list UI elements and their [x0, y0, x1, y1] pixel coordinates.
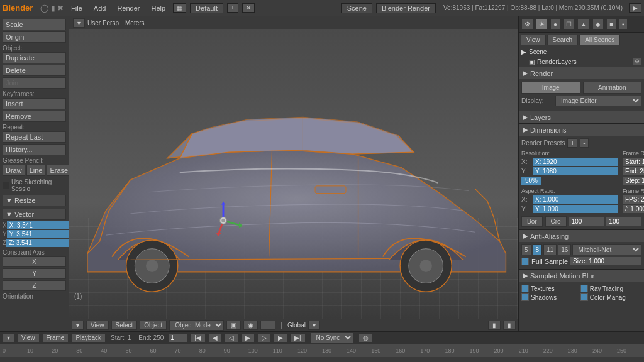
duplicate-btn[interactable]: Duplicate [3, 52, 66, 63]
rp-icon-tex[interactable]: ■ [606, 19, 616, 30]
asp-x-input[interactable] [533, 195, 618, 204]
resize-section[interactable]: ▼ Resize [3, 195, 66, 206]
frame-step-input[interactable] [623, 177, 644, 185]
layers-section-header[interactable]: ▶ Layers [519, 111, 644, 123]
rp-icon-world[interactable]: ● [550, 19, 560, 30]
render-icon[interactable]: ▶ [629, 3, 641, 13]
viewport-icon2[interactable]: ◉ [243, 321, 258, 330]
global-btn[interactable]: ▾ [308, 321, 320, 330]
tab-all-scenes[interactable]: All Scenes [579, 35, 620, 45]
menu-help[interactable]: Help [147, 3, 169, 13]
frame-start-input[interactable] [623, 158, 644, 166]
timeline-icon1[interactable]: ◍ [358, 333, 373, 343]
axis-z-btn[interactable]: Z [3, 280, 66, 291]
axis-x-btn[interactable]: X [3, 256, 66, 267]
val100a-input[interactable] [569, 217, 604, 226]
viewport-icon3[interactable]: ⸻ [260, 321, 275, 330]
fps-input[interactable] [623, 195, 644, 204]
res-x-input[interactable] [533, 158, 618, 166]
motion-blur-header[interactable]: ▶ Sampled Motion Blur [519, 270, 644, 282]
select-btn[interactable]: Select [111, 321, 138, 330]
tab-search[interactable]: Search [547, 35, 579, 45]
aa-btn-11[interactable]: 11 [543, 244, 557, 255]
tab-view[interactable]: View [521, 35, 546, 45]
ray-tracing-cb[interactable] [580, 285, 588, 292]
render-section-header[interactable]: ▶ Render [519, 67, 644, 79]
viewport-canvas[interactable]: (1) [69, 29, 518, 319]
draw-btn[interactable]: Draw [3, 165, 25, 176]
rp-icon-scene[interactable]: ⚙ [521, 19, 533, 30]
menu-file[interactable]: File [67, 3, 86, 13]
menu-add[interactable]: Add [90, 3, 110, 13]
rp-icon-obj[interactable]: ☐ [563, 19, 575, 30]
scale-btn[interactable]: Scale [3, 19, 66, 30]
aa-filter-select[interactable]: Mitchell-Net [572, 244, 641, 255]
frame-end-input[interactable] [623, 167, 644, 175]
play-fwd-btn[interactable]: ▶ [274, 333, 287, 343]
asp-y-input[interactable] [533, 205, 618, 213]
history-btn[interactable]: History... [3, 144, 66, 155]
delete-btn[interactable]: Delete [3, 65, 66, 76]
vector-section[interactable]: ▼ Vector [3, 209, 66, 220]
join-btn[interactable]: Join [3, 77, 66, 89]
layout-remove[interactable]: ✕ [242, 3, 255, 13]
mode-select[interactable]: Object Mode [169, 320, 224, 331]
image-render-btn[interactable]: Image [521, 82, 580, 94]
play-fwd-step-btn[interactable]: ▷ [257, 333, 271, 343]
erase-btn[interactable]: Erase [47, 165, 69, 176]
sync-select[interactable]: No Sync [311, 332, 353, 343]
textures-cb[interactable] [521, 285, 529, 292]
menu-render[interactable]: Render [113, 3, 143, 13]
viewport[interactable]: ▾ User Persp Meters [69, 16, 518, 331]
layers-btn2[interactable]: ▮ [503, 321, 516, 330]
origin-btn[interactable]: Origin [3, 31, 66, 43]
viewport-menu-btn[interactable]: ▾ [73, 18, 85, 28]
cro-btn[interactable]: Cro [545, 216, 567, 227]
layout-icon[interactable]: ▦ [173, 3, 186, 13]
aa-section-header[interactable]: ▶ Anti-Aliasing [519, 230, 644, 242]
timeline-view-btn[interactable]: View [17, 333, 40, 343]
line-btn[interactable]: Line [26, 165, 46, 176]
scene-selector[interactable]: Scene [341, 3, 372, 13]
aa-btn-16[interactable]: 16 [558, 244, 571, 255]
engine-selector[interactable]: Blender Render [376, 3, 436, 13]
shadows-cb[interactable] [521, 293, 529, 301]
play-end-btn[interactable]: ▶| [290, 333, 306, 343]
sketching-checkbox[interactable] [3, 182, 9, 189]
timeline-menu-btn[interactable]: ▾ [3, 333, 14, 343]
layers-btn1[interactable]: ▮ [488, 321, 501, 330]
fps2-input[interactable] [623, 205, 644, 213]
play-start-btn[interactable]: |◀ [190, 333, 206, 343]
play-back-step-btn[interactable]: ◁ [225, 333, 238, 343]
remove-btn[interactable]: Remove [3, 111, 66, 122]
bor-btn[interactable]: Bor [521, 216, 543, 227]
scene-item[interactable]: ▶ Scene [519, 47, 644, 57]
full-sample-cb[interactable] [521, 258, 529, 265]
render-layers-settings[interactable]: ⚙ [633, 58, 641, 65]
size-input[interactable] [570, 257, 641, 265]
animation-render-btn[interactable]: Animation [583, 82, 642, 94]
val100b-input[interactable] [606, 217, 641, 226]
insert-btn[interactable]: Insert [3, 98, 66, 109]
view-btn[interactable]: View [86, 321, 109, 330]
rp-icon-render[interactable]: ☀ [536, 19, 548, 30]
res-y-input[interactable] [533, 167, 618, 175]
current-frame-input[interactable] [169, 333, 187, 343]
timeline-ruler[interactable]: 0 10 20 30 40 50 60 70 80 90 100 110 120… [0, 344, 644, 357]
vector-y-input[interactable] [7, 230, 69, 238]
preset-remove-btn[interactable]: - [580, 138, 588, 148]
aa-btn-8[interactable]: 8 [533, 244, 543, 255]
res-pct-btn[interactable]: 50% [521, 177, 541, 185]
dimensions-section-header[interactable]: ▶ Dimensions [519, 124, 644, 136]
repeat-last-btn[interactable]: Repeat Last [3, 131, 66, 143]
play-back-btn[interactable]: ◀ [208, 333, 222, 343]
color-manage-cb[interactable] [580, 293, 588, 301]
timeline-frame-btn[interactable]: Frame [42, 333, 69, 343]
rp-icon-mesh[interactable]: ▲ [577, 19, 590, 30]
rp-icon-part[interactable]: ▪ [619, 19, 628, 30]
display-select[interactable]: Image Editor [555, 96, 641, 106]
viewport-icon1[interactable]: ▣ [226, 321, 241, 330]
aa-btn-5[interactable]: 5 [521, 244, 531, 255]
rp-icon-mat[interactable]: ◆ [592, 19, 604, 30]
render-layers-item[interactable]: ▣ RenderLayers ⚙ [519, 57, 644, 67]
